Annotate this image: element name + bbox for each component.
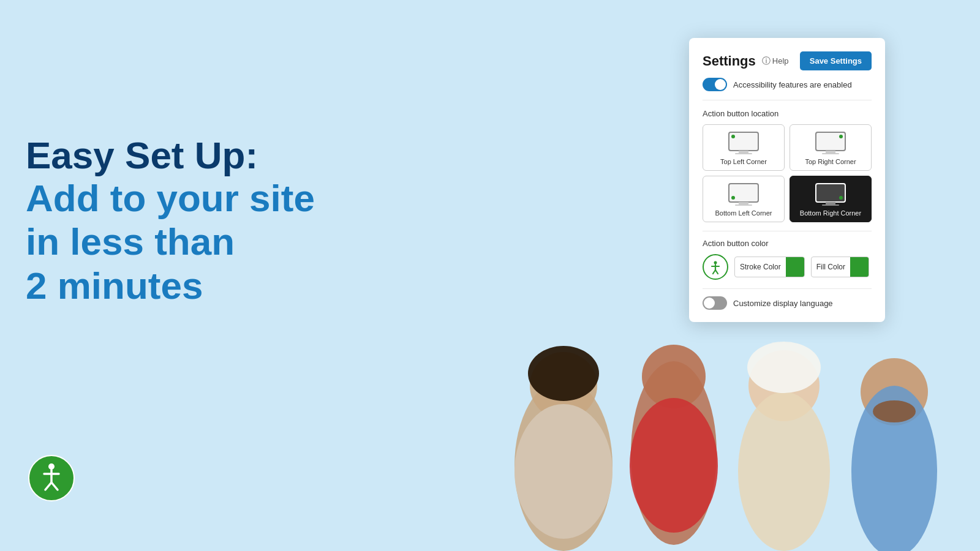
svg-point-29: [528, 346, 599, 401]
top-right-label: Top Right Corner: [805, 158, 856, 165]
bottom-left-label: Bottom Left Corner: [715, 209, 772, 217]
action-button-color-section: Action button color Stroke Color Fill C: [703, 231, 872, 280]
stroke-color-group: Stroke Color: [734, 257, 805, 277]
svg-point-36: [747, 342, 821, 393]
action-button-location-section: Action button location Top Left Corner: [703, 109, 872, 222]
language-toggle-knob: [704, 298, 715, 309]
hero-line2: Add to your sitein less than2 minutes: [26, 176, 315, 307]
accessibility-icon-bottom[interactable]: [28, 454, 75, 502]
accessibility-preview-button[interactable]: [703, 254, 728, 280]
accessibility-toggle-label: Accessibility features are enabled: [733, 80, 852, 89]
svg-rect-12: [822, 153, 839, 154]
action-button-location-label: Action button location: [703, 109, 872, 118]
svg-point-35: [738, 392, 830, 551]
accessibility-toggle[interactable]: [703, 78, 727, 91]
help-label: Help: [772, 56, 789, 66]
svg-rect-7: [739, 151, 748, 153]
settings-title-group: Settings ⓘ Help: [703, 53, 789, 69]
accessibility-toggle-row: Accessibility features are enabled: [703, 78, 872, 100]
corner-top-right[interactable]: Top Right Corner: [790, 124, 872, 171]
svg-point-30: [514, 404, 612, 539]
svg-point-17: [731, 196, 735, 200]
svg-line-26: [715, 270, 718, 274]
corner-grid: Top Left Corner Top Right Corner: [703, 124, 872, 222]
svg-point-33: [630, 398, 718, 533]
svg-rect-16: [735, 204, 752, 206]
action-button-color-label: Action button color: [703, 239, 872, 248]
customize-language-row: Customize display language: [703, 288, 872, 310]
corner-bottom-right[interactable]: Bottom Right Corner: [790, 176, 872, 222]
help-icon: ⓘ: [762, 56, 771, 67]
svg-point-9: [731, 135, 735, 138]
svg-rect-11: [826, 151, 835, 153]
svg-point-39: [873, 400, 916, 422]
settings-header: Settings ⓘ Help Save Settings: [703, 51, 872, 70]
svg-point-13: [839, 135, 843, 138]
top-left-label: Top Left Corner: [720, 158, 767, 165]
settings-title: Settings: [703, 53, 756, 69]
svg-rect-20: [822, 204, 839, 206]
language-toggle[interactable]: [703, 296, 727, 310]
bottom-right-label: Bottom Right Corner: [800, 209, 861, 217]
save-settings-button[interactable]: Save Settings: [800, 51, 872, 70]
toggle-knob: [715, 79, 726, 90]
settings-panel: Settings ⓘ Help Save Settings Accessibil…: [689, 38, 885, 322]
svg-rect-15: [739, 202, 748, 204]
svg-point-21: [839, 196, 843, 200]
hero-section: Easy Set Up: Add to your sitein less tha…: [26, 135, 315, 307]
stroke-color-swatch[interactable]: [786, 257, 804, 277]
customize-language-label: Customize display language: [733, 299, 833, 308]
svg-point-22: [714, 261, 717, 264]
hero-line1: Easy Set Up:: [26, 135, 315, 176]
color-row: Stroke Color Fill Color: [703, 254, 872, 280]
help-link[interactable]: ⓘ Help: [762, 56, 789, 67]
corner-bottom-left[interactable]: Bottom Left Corner: [703, 176, 785, 222]
accessibility-preview-icon: [707, 259, 723, 275]
fill-color-swatch[interactable]: [850, 257, 869, 277]
svg-rect-19: [826, 202, 835, 204]
corner-top-left[interactable]: Top Left Corner: [703, 124, 785, 171]
fill-color-label: Fill Color: [812, 259, 850, 275]
stroke-color-label: Stroke Color: [735, 259, 786, 275]
fill-color-group: Fill Color: [811, 257, 869, 277]
svg-rect-8: [735, 153, 752, 154]
